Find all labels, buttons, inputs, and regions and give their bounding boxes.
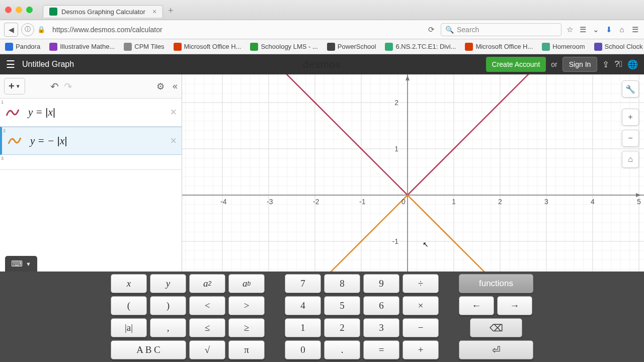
expression-color-swatch[interactable] [4, 104, 21, 121]
language-icon[interactable]: 🌐 [627, 59, 638, 70]
bookmark-item[interactable]: CPM Tiles [124, 43, 164, 51]
key-2[interactable]: 2 [324, 318, 360, 337]
cursor-left-button[interactable]: ← [459, 296, 494, 315]
key-×[interactable]: × [403, 296, 439, 315]
maximize-window-icon[interactable] [26, 7, 33, 13]
key-0[interactable]: 0 [285, 340, 321, 359]
expression-formula[interactable]: y = |x| [28, 106, 55, 119]
url-input[interactable]: https://www.desmos.com/calculator [48, 26, 425, 34]
key-1[interactable]: 1 [285, 318, 321, 337]
share-icon[interactable]: ⇪ [602, 59, 609, 70]
bookmark-item[interactable]: Pandora [5, 43, 40, 51]
bookmark-favicon-icon [124, 43, 132, 51]
key-[interactable]: ≤ [189, 318, 225, 337]
key-5[interactable]: 5 [324, 296, 360, 315]
site-info-icon[interactable]: ⓘ [21, 23, 34, 36]
key-[interactable]: > [228, 296, 265, 315]
bookmark-item[interactable]: 6.NS.2.TC.E1: Divi... [385, 43, 456, 51]
search-input[interactable]: 🔍 Search [441, 23, 561, 36]
hamburger-icon[interactable]: ☰ [6, 58, 15, 70]
delete-expression-icon[interactable]: × [170, 134, 177, 147]
key-x[interactable]: x [111, 274, 147, 293]
expression-row[interactable]: 1y = |x|× [0, 99, 182, 127]
key-9[interactable]: 9 [363, 274, 399, 293]
bookmark-item[interactable]: Homeroom [542, 43, 585, 51]
bookmark-item[interactable]: Illustrative Mathe... [49, 43, 115, 51]
graph-canvas[interactable]: -4-3-2-112345021-1 🔧 + − ⌂ ↖ [182, 74, 644, 272]
key-[interactable]: ≥ [228, 318, 265, 337]
wrench-icon[interactable]: 🔧 [622, 80, 639, 98]
undo-icon[interactable]: ↶ [50, 80, 59, 93]
key-=[interactable]: = [363, 340, 399, 359]
key-[interactable]: ( [111, 296, 147, 315]
svg-text:2: 2 [498, 198, 502, 206]
graph-svg: -4-3-2-112345021-1 [182, 74, 644, 272]
key-6[interactable]: 6 [363, 296, 399, 315]
key-−[interactable]: − [403, 318, 439, 337]
zoom-in-button[interactable]: + [622, 109, 639, 126]
home-icon[interactable]: ⌂ [617, 25, 627, 34]
graph-title[interactable]: Untitled Graph [22, 60, 74, 69]
key-[interactable]: ) [150, 296, 186, 315]
bookmark-item[interactable]: Microsoft Office H... [174, 43, 242, 51]
key-[interactable]: √ [189, 340, 225, 359]
key-a[interactable]: |a| [111, 318, 147, 337]
minimize-window-icon[interactable] [16, 7, 22, 13]
svg-text:5: 5 [637, 198, 641, 206]
expression-color-swatch[interactable] [6, 132, 23, 149]
key-a[interactable]: ab [228, 274, 265, 293]
bookmark-item[interactable]: Schoology LMS - ... [250, 43, 317, 51]
key-a[interactable]: a2 [189, 274, 225, 293]
delete-expression-icon[interactable]: × [170, 106, 177, 119]
close-window-icon[interactable] [5, 7, 12, 13]
downloads-icon[interactable]: ⬇ [604, 25, 614, 34]
back-button[interactable]: ◀ [4, 23, 18, 37]
browser-tab[interactable]: Desmos Graphing Calculator × [43, 5, 163, 18]
add-expression-button[interactable]: +▼ [4, 78, 25, 95]
keyboard-toggle[interactable]: ⌨ ▼ [5, 256, 37, 272]
expression-row[interactable]: 3 [0, 155, 182, 170]
lock-icon: 🔒 [37, 26, 45, 33]
collapse-sidebar-icon[interactable]: « [173, 81, 178, 92]
key-.[interactable]: . [324, 340, 360, 359]
key-+[interactable]: + [403, 340, 439, 359]
key-÷[interactable]: ÷ [403, 274, 439, 293]
reader-icon[interactable]: ☰ [578, 25, 588, 34]
svg-text:-3: -3 [267, 198, 273, 206]
key-7[interactable]: 7 [285, 274, 321, 293]
key-4[interactable]: 4 [285, 296, 321, 315]
key-3[interactable]: 3 [363, 318, 399, 337]
bookmark-item[interactable]: PowerSchool [327, 43, 376, 51]
enter-button[interactable]: ⏎ [459, 340, 533, 359]
menu-icon[interactable]: ☰ [630, 25, 640, 34]
expression-row[interactable]: 2y = − |x|× [0, 127, 182, 155]
reload-icon[interactable]: ⟳ [428, 25, 435, 34]
pocket-icon[interactable]: ⌄ [591, 25, 601, 34]
bookmark-item[interactable]: Microsoft Office H... [465, 43, 533, 51]
help-icon[interactable]: ?⃝ [614, 59, 622, 69]
settings-icon[interactable]: ⚙ [156, 81, 165, 92]
expression-sidebar: +▼ ↶ ↷ ⚙ « 1y = |x|×2y = − |x|×3 ⌨ ▼ [0, 74, 182, 272]
key-y[interactable]: y [150, 274, 186, 293]
key-[interactable]: < [189, 296, 225, 315]
expression-formula[interactable]: y = − |x| [30, 135, 67, 147]
cursor-right-button[interactable]: → [497, 296, 532, 315]
redo-icon[interactable]: ↷ [64, 80, 72, 93]
close-tab-icon[interactable]: × [152, 8, 156, 16]
functions-button[interactable]: functions [459, 274, 533, 293]
key-[interactable]: π [228, 340, 265, 359]
key-[interactable]: , [150, 318, 186, 337]
new-tab-button[interactable]: + [168, 6, 174, 16]
bookmark-item[interactable]: School Clock | Fro... [594, 43, 644, 51]
bookmark-label: Illustrative Mathe... [60, 43, 115, 50]
desmos-logo: desmos [303, 59, 341, 70]
create-account-button[interactable]: Create Account [486, 57, 546, 72]
backspace-button[interactable]: ⌫ [470, 318, 522, 337]
bookmark-star-icon[interactable]: ☆ [565, 25, 575, 34]
window-titlebar: Desmos Graphing Calculator × + [0, 0, 644, 20]
key-abc[interactable]: A B C [111, 340, 186, 359]
zoom-home-button[interactable]: ⌂ [622, 151, 639, 168]
key-8[interactable]: 8 [324, 274, 360, 293]
sign-in-button[interactable]: Sign In [562, 57, 598, 72]
zoom-out-button[interactable]: − [622, 130, 639, 147]
